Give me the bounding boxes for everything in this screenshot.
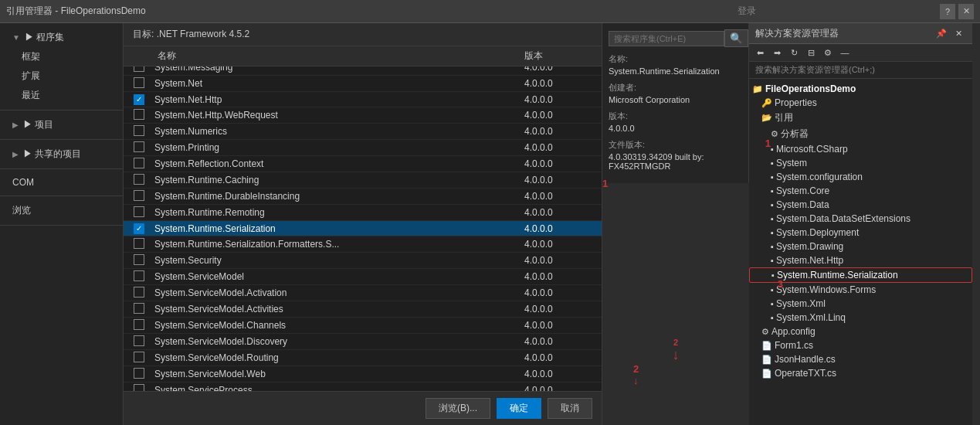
tree-item[interactable]: 📁FileOperationsDemo — [749, 82, 972, 96]
sidebar-item-assembly[interactable]: ▼ ▶ 程序集 — [0, 28, 123, 47]
row-checkbox[interactable] — [124, 190, 154, 202]
row-checkbox[interactable] — [124, 384, 154, 391]
row-checkbox[interactable] — [124, 158, 154, 170]
row-checkbox[interactable] — [124, 66, 154, 73]
table-row[interactable]: System.ServiceModel.Web4.0.0.0 — [124, 366, 602, 382]
search-button[interactable]: 🔍 — [724, 29, 748, 47]
tree-item[interactable]: ▪System.Runtime.Serialization — [749, 267, 972, 283]
row-checkbox[interactable] — [124, 238, 154, 250]
main-container: ▼ ▶ 程序集 框架 扩展 最近 ▶ ▶ 项目 ▶ ▶ 共享的项目 — [0, 23, 980, 425]
tree-item[interactable]: 📄OperateTXT.cs — [749, 366, 972, 380]
search-input[interactable] — [609, 31, 724, 46]
tree-item-label: JsonHandle.cs — [775, 354, 836, 365]
row-name: System.Runtime.Remoting — [154, 207, 524, 218]
tree-item[interactable]: ▪System.Drawing — [749, 240, 972, 253]
row-version: 4.0.0.0 — [524, 126, 602, 137]
row-checkbox[interactable] — [124, 77, 154, 90]
sidebar-item-browse[interactable]: 浏览 — [0, 201, 123, 220]
row-checkbox[interactable]: ✓ — [124, 94, 154, 105]
browse-button[interactable]: 浏览(B)... — [426, 398, 490, 419]
assembly-list[interactable]: System.IO.Log4.0.0.0System.Management4.0… — [124, 66, 602, 391]
tree-item[interactable]: 📄Form1.cs — [749, 338, 972, 352]
row-checkbox[interactable] — [124, 125, 154, 138]
table-row[interactable]: System.Runtime.DurableInstancing4.0.0.0 — [124, 189, 602, 205]
table-row[interactable]: System.ServiceModel.Routing4.0.0.0 — [124, 350, 602, 366]
browse-section: 浏览 — [0, 196, 123, 226]
tree-item[interactable]: 🔑Properties — [749, 96, 972, 110]
table-row[interactable]: System.Reflection.Context4.0.0.0 — [124, 156, 602, 172]
row-checkbox[interactable]: ✓ — [124, 223, 154, 234]
table-row[interactable]: System.Messaging4.0.0.0 — [124, 66, 602, 76]
table-row[interactable]: ✓System.Net.Http4.0.0.0 — [124, 92, 602, 107]
close-button[interactable]: ✕ — [958, 4, 974, 19]
sidebar-item-shared[interactable]: ▶ ▶ 共享的项目 — [0, 144, 123, 164]
tree-item[interactable]: 📂引用 — [749, 110, 972, 126]
info-panel: 🔍 名称: System.Runtime.Serialization 创建者: … — [602, 23, 749, 183]
cancel-button[interactable]: 取消 — [548, 398, 592, 419]
row-checkbox[interactable] — [124, 206, 154, 219]
tree-item[interactable]: ▪System — [749, 156, 972, 170]
row-checkbox[interactable] — [124, 319, 154, 332]
row-checkbox[interactable] — [124, 303, 154, 315]
table-row[interactable]: System.ServiceModel.Channels4.0.0.0 — [124, 318, 602, 334]
tree-item[interactable]: ▪System.Data — [749, 198, 972, 212]
row-checkbox[interactable] — [124, 141, 154, 154]
sidebar-item-com[interactable]: COM — [0, 174, 123, 191]
project-section: ▶ ▶ 项目 — [0, 110, 123, 140]
sidebar-item-extensions[interactable]: 扩展 — [0, 66, 123, 86]
table-row[interactable]: System.Runtime.Remoting4.0.0.0 — [124, 205, 602, 221]
table-row[interactable]: System.Net4.0.0.0 — [124, 76, 602, 92]
row-checkbox[interactable] — [124, 254, 154, 267]
tree-item[interactable]: ▪System.Net.Http — [749, 253, 972, 267]
table-row[interactable]: System.ServiceModel.Activation4.0.0.0 — [124, 285, 602, 301]
row-checkbox[interactable] — [124, 287, 154, 299]
tree-item[interactable]: 📄JsonHandle.cs — [749, 352, 972, 366]
row-checkbox[interactable] — [124, 335, 154, 348]
checkbox-icon — [134, 287, 144, 298]
sidebar-item-recent[interactable]: 最近 — [0, 86, 123, 105]
sidebar-item-framework[interactable]: 框架 — [0, 47, 123, 66]
table-row[interactable]: System.Net.Http.WebRequest4.0.0.0 — [124, 107, 602, 124]
row-name: System.ServiceModel.Channels — [154, 320, 524, 331]
row-checkbox[interactable] — [124, 270, 154, 283]
table-row[interactable]: System.ServiceModel.Activities4.0.0.0 — [124, 301, 602, 318]
login-link[interactable]: 登录 — [738, 5, 756, 18]
se-close-button[interactable]: ✕ — [951, 26, 966, 40]
tree-item[interactable]: ▪System.Core — [749, 184, 972, 198]
confirm-button[interactable]: 确定 — [497, 398, 541, 419]
tree-item[interactable]: ⚙App.config — [749, 325, 972, 338]
annotation-2: 2 ↓ — [673, 338, 680, 363]
table-row[interactable]: System.ServiceProcess4.0.0.0 — [124, 382, 602, 391]
tree-item[interactable]: ▪System.configuration — [749, 170, 972, 184]
se-back-button[interactable]: ⬅ — [752, 46, 768, 60]
table-row[interactable]: System.ServiceModel4.0.0.0 — [124, 269, 602, 285]
tree-item[interactable]: ▪System.Windows.Forms — [749, 283, 972, 297]
se-forward-button[interactable]: ➡ — [769, 46, 785, 60]
se-minus-button[interactable]: — — [837, 46, 853, 60]
table-row[interactable]: System.ServiceModel.Discovery4.0.0.0 — [124, 334, 602, 350]
table-row[interactable]: System.Runtime.Serialization.Formatters.… — [124, 236, 602, 253]
table-row[interactable]: System.Printing4.0.0.0 — [124, 140, 602, 156]
tree-item[interactable]: ▪Microsoft.CSharp — [749, 142, 972, 156]
table-row[interactable]: ✓System.Runtime.Serialization4.0.0.0 — [124, 221, 602, 236]
row-checkbox[interactable] — [124, 368, 154, 380]
tree-item[interactable]: ▪System.Xml — [749, 297, 972, 311]
tree-item[interactable]: ⚙分析器 — [749, 126, 972, 142]
tree-item[interactable]: ▪System.Xml.Linq — [749, 311, 972, 325]
checkbox-icon — [134, 368, 144, 379]
sidebar-item-project[interactable]: ▶ ▶ 项目 — [0, 115, 123, 134]
help-button[interactable]: ? — [940, 4, 955, 19]
se-refresh-button[interactable]: ↻ — [786, 46, 802, 60]
se-collapse-button[interactable]: ⊟ — [803, 46, 819, 60]
annotation-1: 1 — [765, 131, 772, 151]
table-row[interactable]: System.Runtime.Caching4.0.0.0 — [124, 172, 602, 189]
row-checkbox[interactable] — [124, 174, 154, 186]
se-settings-button[interactable]: ⚙ — [820, 46, 836, 60]
tree-item[interactable]: ▪System.Deployment — [749, 226, 972, 240]
table-row[interactable]: System.Numerics4.0.0.0 — [124, 124, 602, 140]
row-checkbox[interactable] — [124, 109, 154, 121]
se-pin-button[interactable]: 📌 — [934, 26, 949, 40]
table-row[interactable]: System.Security4.0.0.0 — [124, 253, 602, 269]
row-checkbox[interactable] — [124, 352, 154, 364]
tree-item[interactable]: ▪System.Data.DataSetExtensions — [749, 212, 972, 226]
